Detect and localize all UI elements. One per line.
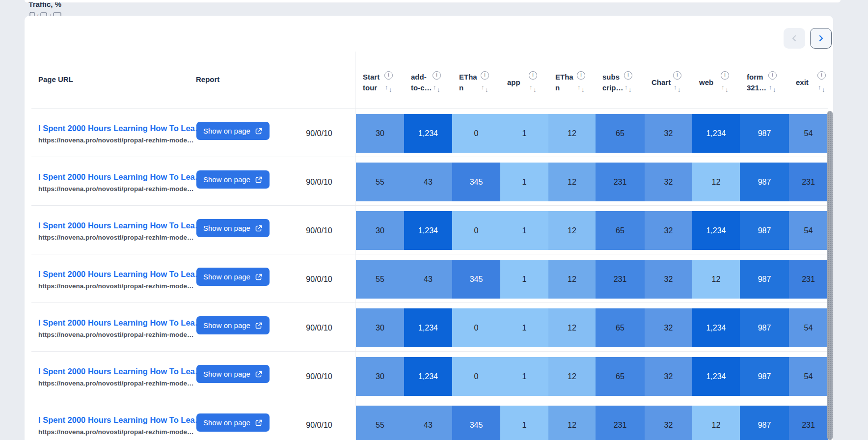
- pagination-next-button[interactable]: [810, 28, 832, 49]
- metric-column-header[interactable]: ETha n i ↑↓: [548, 56, 596, 108]
- external-link-icon: [255, 419, 263, 427]
- sort-icon[interactable]: ↑↓: [673, 83, 684, 94]
- info-icon[interactable]: i: [577, 71, 585, 80]
- traffic-value: 90/0/10: [290, 308, 349, 347]
- external-link-icon: [255, 224, 263, 232]
- show-on-page-button[interactable]: Show on page: [196, 268, 270, 286]
- heatmap-cell: 0: [452, 308, 500, 347]
- page-url-text: https://novena.pro/novosti/propal-rezhim…: [38, 185, 194, 192]
- heatmap-cell: 1,234: [692, 357, 740, 396]
- heatmap-cell: 1,234: [404, 308, 452, 347]
- heatmap-cell: 1: [500, 406, 548, 440]
- heatmap-cell: 55: [356, 406, 404, 440]
- sort-icon[interactable]: ↑↓: [768, 83, 779, 94]
- sort-icon[interactable]: ↑↓: [721, 83, 732, 94]
- external-link-icon: [255, 370, 263, 378]
- external-link-icon: [255, 176, 263, 184]
- metric-column-header[interactable]: app i ↑↓: [500, 56, 548, 108]
- pagination-prev-button[interactable]: [784, 28, 805, 49]
- page-url-link[interactable]: I Spent 2000 Hours Learning How To Lea…: [38, 415, 203, 425]
- page-url-link[interactable]: I Spent 2000 Hours Learning How To Lea…: [38, 318, 203, 328]
- heatmap-cell: 12: [692, 260, 740, 299]
- info-icon[interactable]: i: [481, 71, 489, 80]
- sort-icon[interactable]: ↑↓: [433, 83, 443, 94]
- metric-column-header[interactable]: ETha n i ↑↓: [452, 56, 500, 108]
- table-row: I Spent 2000 Hours Learning How To Lea… …: [31, 351, 828, 400]
- heatmap-cell: 987: [740, 163, 789, 201]
- heatmap-band: 55433451122313212987231: [356, 260, 828, 299]
- metric-column-label: ETha n: [555, 56, 573, 108]
- info-icon[interactable]: i: [721, 71, 729, 80]
- page-url-link[interactable]: I Spent 2000 Hours Learning How To Lea…: [38, 221, 203, 230]
- metric-column-header[interactable]: form 321… i ↑↓: [740, 56, 789, 108]
- traffic-value: 90/0/10: [290, 260, 349, 299]
- show-on-page-label: Show on page: [203, 175, 250, 184]
- page-url-link[interactable]: I Spent 2000 Hours Learning How To Lea…: [38, 270, 203, 279]
- heatmap-cell: 30: [356, 211, 404, 250]
- show-on-page-button[interactable]: Show on page: [196, 365, 270, 383]
- sort-icon[interactable]: ↑↓: [577, 83, 588, 94]
- heatmap-band: 301,234011265321,23498754: [356, 114, 828, 153]
- metric-column-header[interactable]: add- to-c… i ↑↓: [404, 56, 452, 108]
- metric-column-label: subs crip…: [602, 56, 624, 108]
- metric-column-header[interactable]: web i ↑↓: [692, 56, 740, 108]
- heatmap-cell: 987: [740, 357, 789, 396]
- sort-icon[interactable]: ↑↓: [481, 83, 491, 94]
- previous-card-edge: [25, 0, 841, 2]
- show-on-page-label: Show on page: [203, 127, 250, 135]
- page-url-text: https://novena.pro/novosti/propal-rezhim…: [38, 282, 194, 290]
- info-icon[interactable]: i: [768, 71, 777, 80]
- heatmap-cell: 0: [452, 211, 500, 250]
- heatmap-cell: 987: [740, 211, 789, 250]
- traffic-value: 90/0/10: [290, 114, 349, 153]
- page-url-link[interactable]: I Spent 2000 Hours Learning How To Lea…: [38, 172, 203, 182]
- sort-icon[interactable]: ↑↓: [384, 83, 395, 94]
- sort-icon[interactable]: ↑↓: [529, 83, 540, 94]
- heatmap-band: 301,234011265321,23498754: [356, 308, 828, 347]
- table-row: I Spent 2000 Hours Learning How To Lea… …: [31, 205, 828, 254]
- table-row: I Spent 2000 Hours Learning How To Lea… …: [31, 400, 828, 440]
- heatmap-cell: 32: [645, 114, 692, 153]
- sort-icon[interactable]: ↑↓: [817, 83, 828, 94]
- show-on-page-label: Show on page: [203, 273, 250, 281]
- page-url-text: https://novena.pro/novosti/propal-rezhim…: [38, 331, 194, 338]
- traffic-value: 90/0/10: [290, 163, 349, 201]
- sort-icon[interactable]: ↑↓: [624, 83, 635, 94]
- info-icon[interactable]: i: [433, 71, 441, 80]
- table-row: I Spent 2000 Hours Learning How To Lea… …: [31, 302, 828, 352]
- heatmap-cell: 43: [404, 406, 452, 440]
- heatmap-cell: 231: [789, 163, 828, 201]
- heatmap-cell: 1: [500, 114, 548, 153]
- show-on-page-button[interactable]: Show on page: [196, 170, 270, 189]
- heatmap-cell: 30: [356, 357, 404, 396]
- heatmap-cell: 30: [356, 114, 404, 153]
- metric-column-header[interactable]: subs crip… i ↑↓: [596, 56, 645, 108]
- heatmap-band: 55433451122313212987231: [356, 406, 828, 440]
- info-icon[interactable]: i: [384, 71, 393, 80]
- heatmap-cell: 65: [596, 308, 645, 347]
- metric-column-header[interactable]: exit i ↑↓: [789, 56, 828, 108]
- page: Page URL Report Traffic, % / / Start tou…: [0, 0, 868, 440]
- show-on-page-button[interactable]: Show on page: [196, 219, 270, 237]
- heatmap-cell: 1: [500, 211, 548, 250]
- heatmap-cell: 12: [692, 406, 740, 440]
- metric-column-label: app: [507, 56, 520, 108]
- heatmap-cell: 12: [548, 357, 596, 396]
- heatmap-cell: 987: [740, 406, 789, 440]
- info-icon[interactable]: i: [529, 71, 537, 80]
- show-on-page-button[interactable]: Show on page: [196, 316, 270, 334]
- page-url-link[interactable]: I Spent 2000 Hours Learning How To Lea…: [38, 124, 203, 133]
- info-icon[interactable]: i: [673, 71, 681, 80]
- info-icon[interactable]: i: [624, 71, 632, 80]
- info-icon[interactable]: i: [817, 71, 826, 80]
- show-on-page-button[interactable]: Show on page: [196, 413, 270, 432]
- page-url-text: https://novena.pro/novosti/propal-rezhim…: [38, 380, 194, 387]
- column-header-page-url: Page URL: [38, 75, 73, 83]
- page-url-link[interactable]: I Spent 2000 Hours Learning How To Lea…: [38, 367, 203, 376]
- heatmap-cell: 43: [404, 163, 452, 201]
- vertical-scrollbar-thumb[interactable]: [827, 111, 833, 440]
- metric-column-header[interactable]: Chart i ↑↓: [645, 56, 692, 108]
- heatmap-cell: 345: [452, 260, 500, 299]
- metric-column-header[interactable]: Start tour i ↑↓: [356, 56, 404, 108]
- show-on-page-button[interactable]: Show on page: [196, 122, 270, 140]
